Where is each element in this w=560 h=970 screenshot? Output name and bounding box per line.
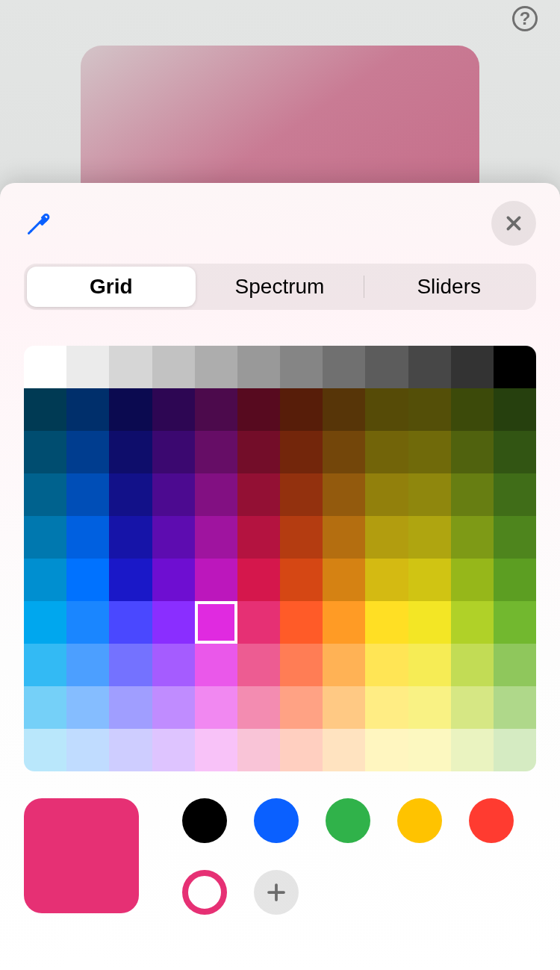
grid-cell[interactable] (408, 644, 451, 686)
grid-cell[interactable] (494, 346, 536, 388)
grid-cell[interactable] (451, 729, 494, 771)
preset-color[interactable] (469, 798, 514, 843)
grid-cell[interactable] (195, 388, 237, 431)
grid-cell[interactable] (237, 346, 280, 388)
grid-cell[interactable] (237, 644, 280, 686)
grid-cell[interactable] (66, 431, 109, 473)
grid-cell[interactable] (109, 729, 152, 771)
grid-cell[interactable] (24, 516, 66, 559)
grid-cell[interactable] (408, 473, 451, 516)
grid-cell[interactable] (66, 473, 109, 516)
preset-color-selected[interactable] (182, 870, 227, 915)
grid-cell[interactable] (494, 388, 536, 431)
grid-cell[interactable] (109, 559, 152, 601)
grid-cell[interactable] (365, 644, 408, 686)
grid-cell[interactable] (152, 388, 195, 431)
grid-cell[interactable] (408, 431, 451, 473)
grid-cell[interactable] (195, 729, 237, 771)
grid-cell[interactable] (365, 601, 408, 644)
grid-cell[interactable] (109, 346, 152, 388)
grid-cell[interactable] (408, 388, 451, 431)
grid-cell[interactable] (323, 431, 365, 473)
grid-cell[interactable] (494, 686, 536, 729)
grid-cell[interactable] (280, 729, 323, 771)
grid-cell[interactable] (66, 516, 109, 559)
grid-cell[interactable] (66, 346, 109, 388)
grid-cell[interactable] (195, 516, 237, 559)
grid-cell[interactable] (280, 559, 323, 601)
grid-cell[interactable] (66, 388, 109, 431)
grid-cell[interactable] (365, 686, 408, 729)
grid-cell[interactable] (109, 388, 152, 431)
grid-cell[interactable] (494, 729, 536, 771)
grid-cell[interactable] (237, 516, 280, 559)
grid-cell[interactable] (451, 686, 494, 729)
close-button[interactable] (491, 201, 536, 246)
grid-cell[interactable] (494, 559, 536, 601)
grid-cell[interactable] (323, 686, 365, 729)
grid-cell[interactable] (494, 644, 536, 686)
grid-cell[interactable] (66, 559, 109, 601)
grid-cell[interactable] (451, 559, 494, 601)
grid-cell[interactable] (237, 473, 280, 516)
grid-cell[interactable] (408, 516, 451, 559)
grid-cell[interactable] (494, 431, 536, 473)
grid-cell[interactable] (195, 431, 237, 473)
tab-spectrum[interactable]: Spectrum (196, 267, 364, 307)
grid-cell[interactable] (66, 686, 109, 729)
grid-cell[interactable] (152, 431, 195, 473)
grid-cell[interactable] (365, 346, 408, 388)
grid-cell[interactable] (451, 644, 494, 686)
grid-cell[interactable] (152, 346, 195, 388)
grid-cell[interactable] (237, 388, 280, 431)
add-preset-button[interactable] (254, 870, 299, 915)
tab-sliders[interactable]: Sliders (364, 267, 533, 307)
grid-cell[interactable] (195, 601, 237, 644)
grid-cell[interactable] (109, 431, 152, 473)
grid-cell[interactable] (109, 686, 152, 729)
grid-cell[interactable] (109, 601, 152, 644)
grid-cell[interactable] (280, 516, 323, 559)
grid-cell[interactable] (66, 601, 109, 644)
grid-cell[interactable] (237, 729, 280, 771)
grid-cell[interactable] (408, 346, 451, 388)
grid-cell[interactable] (365, 388, 408, 431)
grid-cell[interactable] (195, 686, 237, 729)
grid-cell[interactable] (280, 431, 323, 473)
grid-cell[interactable] (24, 559, 66, 601)
grid-cell[interactable] (494, 473, 536, 516)
grid-cell[interactable] (195, 559, 237, 601)
grid-cell[interactable] (494, 516, 536, 559)
eyedropper-button[interactable] (24, 208, 54, 238)
grid-cell[interactable] (323, 559, 365, 601)
grid-cell[interactable] (323, 473, 365, 516)
grid-cell[interactable] (24, 601, 66, 644)
grid-cell[interactable] (195, 346, 237, 388)
grid-cell[interactable] (152, 516, 195, 559)
grid-cell[interactable] (365, 729, 408, 771)
grid-cell[interactable] (195, 644, 237, 686)
grid-cell[interactable] (365, 559, 408, 601)
grid-cell[interactable] (24, 346, 66, 388)
grid-cell[interactable] (152, 644, 195, 686)
grid-cell[interactable] (323, 388, 365, 431)
grid-cell[interactable] (408, 559, 451, 601)
help-button[interactable]: ? (512, 6, 538, 31)
grid-cell[interactable] (408, 601, 451, 644)
grid-cell[interactable] (152, 559, 195, 601)
grid-cell[interactable] (280, 644, 323, 686)
grid-cell[interactable] (323, 516, 365, 559)
grid-cell[interactable] (280, 686, 323, 729)
tab-grid[interactable]: Grid (27, 267, 196, 307)
grid-cell[interactable] (323, 601, 365, 644)
grid-cell[interactable] (451, 516, 494, 559)
grid-cell[interactable] (451, 601, 494, 644)
grid-cell[interactable] (365, 473, 408, 516)
grid-cell[interactable] (280, 601, 323, 644)
grid-cell[interactable] (24, 686, 66, 729)
grid-cell[interactable] (109, 473, 152, 516)
grid-cell[interactable] (152, 473, 195, 516)
grid-cell[interactable] (451, 346, 494, 388)
grid-cell[interactable] (323, 644, 365, 686)
grid-cell[interactable] (152, 686, 195, 729)
